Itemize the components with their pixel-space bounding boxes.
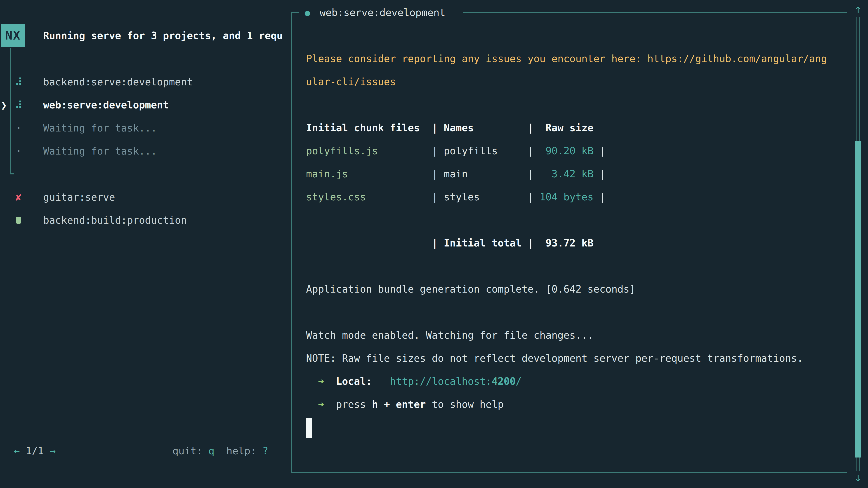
text-segment: quit: bbox=[173, 445, 209, 457]
terminal-line: | Initial total | 93.72 kB bbox=[306, 232, 846, 255]
text-segment: ➜ bbox=[318, 398, 324, 410]
text-segment: | main | bbox=[348, 168, 533, 180]
task-row-waiting-1[interactable]: · Waiting for task... bbox=[0, 117, 291, 140]
text-segment: h + enter bbox=[372, 398, 426, 410]
nx-tui-screen: NX Running serve for 3 projects, and 1 r… bbox=[0, 0, 868, 488]
task-label: backend:build:production bbox=[43, 209, 187, 232]
spinner-icon: ⠼ bbox=[13, 70, 24, 94]
text-segment: | bbox=[594, 145, 606, 157]
terminal-line: Please consider reporting any issues you… bbox=[306, 47, 846, 70]
task-label: Waiting for task... bbox=[43, 140, 157, 163]
task-row-backend-serve[interactable]: ⠼ backend:serve:development bbox=[0, 70, 291, 94]
keybind-hints: quit: q help: ? bbox=[173, 440, 268, 462]
text-segment: ➜ bbox=[318, 376, 324, 387]
terminal-line: polyfills.js | polyfills | 90.20 kB | bbox=[306, 139, 846, 162]
text-segment: NOTE: Raw file sizes do not reflect deve… bbox=[306, 352, 803, 364]
panel-border-top-rule bbox=[463, 12, 847, 13]
terminal-line bbox=[306, 301, 846, 324]
panel-border-left bbox=[291, 13, 292, 473]
terminal-line: Initial chunk files | Names | Raw size bbox=[306, 116, 846, 139]
text-segment: | styles | bbox=[366, 191, 534, 203]
task-row-waiting-2[interactable]: · Waiting for task... bbox=[0, 140, 291, 163]
text-segment bbox=[372, 376, 390, 387]
terminal-line: ➜ press h + enter to show help bbox=[306, 393, 846, 416]
page-title: Running serve for 3 projects, and 1 requ bbox=[43, 24, 290, 47]
pending-dot-icon: · bbox=[13, 140, 24, 163]
text-segment: Local: bbox=[336, 376, 372, 387]
text-segment: Watch mode enabled. Watching for file ch… bbox=[306, 329, 594, 341]
panel-border-bottom bbox=[291, 472, 847, 473]
local-url-link[interactable]: http://localhost: bbox=[390, 376, 492, 387]
failed-cross-icon: ✘ bbox=[13, 186, 24, 209]
text-segment: q bbox=[209, 445, 215, 457]
task-row-backend-build[interactable]: backend:build:production bbox=[0, 209, 291, 232]
text-segment: press bbox=[324, 398, 372, 410]
spinner-icon: ⠼ bbox=[13, 94, 24, 117]
text-segment: Application bundle generation complete. … bbox=[306, 283, 636, 295]
text-segment bbox=[324, 376, 336, 387]
terminal-line: styles.css | styles | 104 bytes | bbox=[306, 186, 846, 208]
pager[interactable]: ← 1/1 → bbox=[14, 440, 56, 462]
terminal-line bbox=[306, 208, 846, 232]
task-row-guitar-serve[interactable]: ✘ guitar:serve bbox=[0, 186, 291, 209]
local-url-link[interactable]: 4200 bbox=[492, 376, 516, 387]
task-label-selected: web:serve:development bbox=[43, 94, 169, 117]
task-label: backend:serve:development bbox=[43, 70, 193, 94]
text-segment: main.js bbox=[306, 168, 348, 180]
text-segment: ? bbox=[262, 445, 268, 457]
text-segment: polyfills.js bbox=[306, 145, 378, 157]
success-square-icon bbox=[13, 209, 24, 232]
panel-header: ● web:serve:development bbox=[305, 1, 445, 24]
text-segment: Initial chunk files | Names | Raw size bbox=[306, 122, 594, 133]
pending-dot-icon: · bbox=[13, 117, 24, 140]
terminal-line: NOTE: Raw file sizes do not reflect deve… bbox=[306, 347, 846, 370]
panel-border-top-corner bbox=[291, 12, 299, 13]
text-segment: 3.42 kB bbox=[534, 168, 594, 180]
text-segment: 90.20 kB bbox=[534, 145, 594, 157]
text-segment: | Initial total | 93.72 kB bbox=[306, 237, 594, 249]
text-segment: | bbox=[594, 191, 606, 203]
scrollbar-thumb[interactable] bbox=[855, 141, 861, 457]
nx-logo: NX bbox=[1, 24, 25, 47]
local-url-link[interactable]: / bbox=[516, 376, 522, 387]
terminal-line: main.js | main | 3.42 kB | bbox=[306, 162, 846, 186]
text-segment: to show help bbox=[426, 398, 504, 410]
running-bullet-icon: ● bbox=[305, 1, 310, 24]
terminal-line bbox=[306, 255, 846, 278]
terminal-line: Application bundle generation complete. … bbox=[306, 278, 846, 301]
panel-title: web:serve:development bbox=[320, 1, 445, 24]
terminal-line: ular-cli/issues bbox=[306, 70, 846, 93]
terminal-line: ➜ Local: http://localhost:4200/ bbox=[306, 370, 846, 393]
text-segment bbox=[306, 376, 318, 387]
terminal-output: Please consider reporting any issues you… bbox=[306, 47, 846, 439]
text-segment: 104 bytes bbox=[534, 191, 594, 203]
text-segment: styles.css bbox=[306, 191, 366, 203]
text-segment: → bbox=[50, 445, 56, 457]
nx-logo-text: NX bbox=[5, 28, 21, 42]
task-label: Waiting for task... bbox=[43, 117, 157, 140]
text-segment: | polyfills | bbox=[378, 145, 534, 157]
task-label: guitar:serve bbox=[43, 186, 115, 209]
task-row-web-serve[interactable]: ⠼ web:serve:development bbox=[0, 94, 291, 117]
terminal-line bbox=[306, 93, 846, 116]
text-segment: help: bbox=[214, 445, 262, 457]
scroll-up-arrow-icon[interactable]: ↑ bbox=[851, 2, 865, 16]
text-segment: 1/1 bbox=[20, 445, 50, 457]
text-segment: Please consider reporting any issues you… bbox=[306, 53, 827, 64]
terminal-line bbox=[306, 416, 846, 439]
terminal-line: Watch mode enabled. Watching for file ch… bbox=[306, 324, 846, 347]
text-segment bbox=[306, 398, 318, 410]
text-segment: ← bbox=[14, 445, 20, 457]
terminal-cursor bbox=[306, 418, 312, 438]
scroll-down-arrow-icon[interactable]: ↓ bbox=[851, 470, 865, 484]
text-segment: ular-cli/issues bbox=[306, 76, 396, 88]
text-segment: | bbox=[594, 168, 606, 180]
